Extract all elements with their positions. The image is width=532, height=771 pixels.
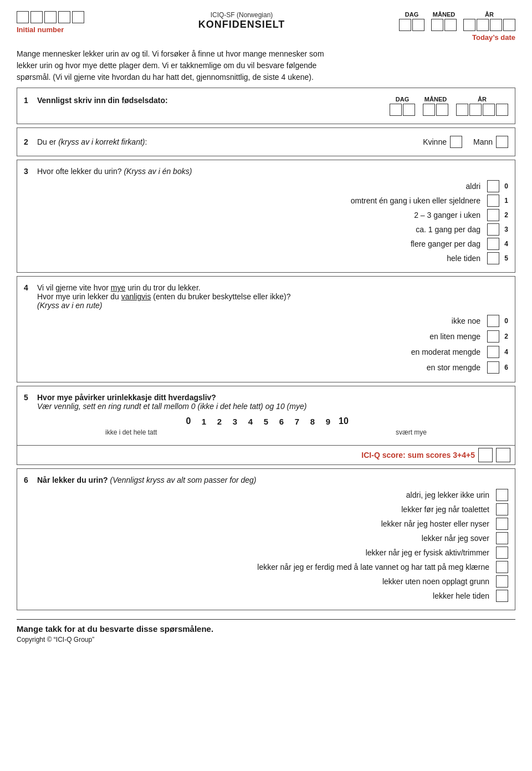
- q6-option-row: lekker hele tiden: [24, 590, 508, 602]
- dob-maaned-box2[interactable]: [436, 104, 448, 116]
- q1-number: 1: [24, 96, 37, 105]
- q6-option-box[interactable]: [496, 590, 508, 602]
- q2-text: Du er (kryss av i korrekt firkant):: [37, 137, 412, 146]
- scale-number-5: 5: [260, 417, 272, 426]
- q4-option-label: en liten menge: [429, 332, 480, 341]
- q6-option-box[interactable]: [496, 575, 508, 588]
- q3-option-row: omtrent én gang i uken eller sjeldnere 1: [24, 195, 508, 207]
- q6-option-box[interactable]: [496, 532, 508, 544]
- dob-dag-boxes: [390, 104, 415, 116]
- q4-option-value: 4: [500, 348, 508, 356]
- header-subtitle: ICIQ-SF (Norwegian): [84, 11, 399, 19]
- aar-box4: [503, 19, 515, 31]
- mann-label: Mann: [473, 137, 493, 146]
- q4-number: 4: [24, 283, 37, 292]
- scale-number-10: 10: [338, 416, 349, 426]
- q2-italic: (kryss av i korrekt firkant): [58, 137, 145, 146]
- q3-option-value: 4: [500, 240, 508, 248]
- scale-number-4: 4: [245, 417, 256, 426]
- initial-number-label: Initial number: [17, 25, 64, 34]
- q3-option-box[interactable]: [487, 180, 499, 192]
- scale-number-3: 3: [229, 417, 241, 426]
- q4-option-box[interactable]: [487, 315, 499, 327]
- maaned-box1: [431, 19, 443, 31]
- scale-number-2: 2: [214, 417, 225, 426]
- dob-maaned-boxes: [423, 104, 448, 116]
- q4-option-label: en moderat mengde: [411, 348, 480, 356]
- aar-box1: [463, 19, 475, 31]
- q4-option-box[interactable]: [487, 330, 499, 343]
- q3-option-row: aldri 0: [24, 180, 508, 192]
- dob-aar-box4[interactable]: [496, 104, 508, 116]
- q4-option-label: en stor mengde: [427, 363, 480, 372]
- iciq-score-box1[interactable]: [478, 448, 493, 462]
- q6-number: 6: [24, 476, 37, 484]
- dob-aar-box2[interactable]: [469, 104, 482, 116]
- q3-option-row: ca. 1 gang per dag 3: [24, 223, 508, 236]
- q6-option-box[interactable]: [496, 547, 508, 559]
- q6-option-row: aldri, jeg lekker ikke urin: [24, 489, 508, 501]
- q4-option-row: ikke noe 0: [24, 315, 508, 327]
- q6-option-label: lekker når jeg hoster eller nyser: [381, 519, 489, 528]
- maaned-label: MÅNED: [433, 11, 455, 18]
- mann-box[interactable]: [496, 136, 508, 148]
- iciq-score-box2[interactable]: [496, 448, 510, 462]
- date-boxes-row: DAG MÅNED ÅR: [399, 11, 515, 31]
- dob-aar-box3[interactable]: [483, 104, 495, 116]
- q3-option-label: 2 – 3 ganger i uken: [414, 211, 480, 219]
- q3-option-row: 2 – 3 ganger i uken 2: [24, 209, 508, 221]
- q3-option-box[interactable]: [487, 223, 499, 236]
- aar-box3: [490, 19, 502, 31]
- q6-option-label: lekker når jeg sover: [422, 534, 489, 543]
- q6-option-label: aldri, jeg lekker ikke urin: [406, 491, 489, 499]
- q4-instruction: (Kryss av i en rute): [37, 301, 291, 310]
- dob-maaned-label: MÅNED: [424, 96, 447, 103]
- scale-label-left: ikke i det hele tatt: [105, 428, 157, 436]
- scale-row: 012345678910: [183, 416, 349, 426]
- dob-maaned-box1[interactable]: [423, 104, 435, 116]
- q3-option-label: ca. 1 gang per dag: [416, 225, 480, 234]
- q5-text-block: Hvor mye påvirker urinlekkasje ditt hver…: [37, 393, 306, 411]
- q6-option-row: lekker når jeg sover: [24, 532, 508, 544]
- q4-options: ikke noe 0 en liten menge 2 en moderat m…: [24, 311, 508, 377]
- q3-option-box[interactable]: [487, 252, 499, 264]
- q3-option-box[interactable]: [487, 209, 499, 221]
- q5-scale-block: 012345678910 ikke i det hele tatt svært …: [24, 416, 508, 436]
- q4-option-value: 6: [500, 364, 508, 371]
- q4-vanligvis: vanligvis: [121, 292, 151, 301]
- q3-option-box[interactable]: [487, 238, 499, 250]
- dob-aar-group: ÅR: [456, 96, 508, 116]
- q3-option-row: flere ganger per dag 4: [24, 238, 508, 250]
- dag-box1: [399, 19, 411, 31]
- aar-group: ÅR: [463, 11, 515, 31]
- q6-option-box[interactable]: [496, 561, 508, 573]
- gender-kvinne: Kvinne: [423, 136, 462, 148]
- q3-option-value: 3: [500, 226, 508, 233]
- q4-option-box[interactable]: [487, 346, 499, 358]
- intro-text: Mange mennesker lekker urin av og til. V…: [17, 48, 515, 83]
- q3-option-box[interactable]: [487, 195, 499, 207]
- dob-aar-box1[interactable]: [456, 104, 468, 116]
- q6-option-box[interactable]: [496, 503, 508, 515]
- box4: [58, 11, 70, 23]
- q3-instruction: (Kryss av i én boks): [124, 167, 192, 176]
- maaned-group: MÅNED: [431, 11, 457, 31]
- q3-number: 3: [24, 167, 37, 176]
- q3-options: aldri 0 omtrent én gang i uken eller sje…: [24, 177, 508, 268]
- q6-option-box[interactable]: [496, 489, 508, 501]
- kvinne-label: Kvinne: [423, 137, 447, 146]
- q4-option-label: ikke noe: [452, 316, 480, 325]
- q5-number: 5: [24, 393, 37, 402]
- q4-option-box[interactable]: [487, 361, 499, 374]
- q6-instruction: (Vennligst kryss av alt som passer for d…: [110, 476, 256, 484]
- q6-option-box[interactable]: [496, 518, 508, 530]
- dob-dag-box2[interactable]: [403, 104, 415, 116]
- q6-text-block: Når lekker du urin? (Vennligst kryss av …: [37, 476, 257, 484]
- footer: Mange takk for at du besvarte disse spør…: [17, 619, 515, 644]
- intro-line3: spørsmål. (Vi vil gjerne vite hvordan du…: [17, 73, 314, 81]
- dob-dag-box1[interactable]: [390, 104, 402, 116]
- header-center: ICIQ-SF (Norwegian) KONFIDENSIELT: [84, 11, 399, 30]
- box2: [30, 11, 43, 23]
- kvinne-box[interactable]: [450, 136, 462, 148]
- q4-mye: mye: [111, 283, 125, 292]
